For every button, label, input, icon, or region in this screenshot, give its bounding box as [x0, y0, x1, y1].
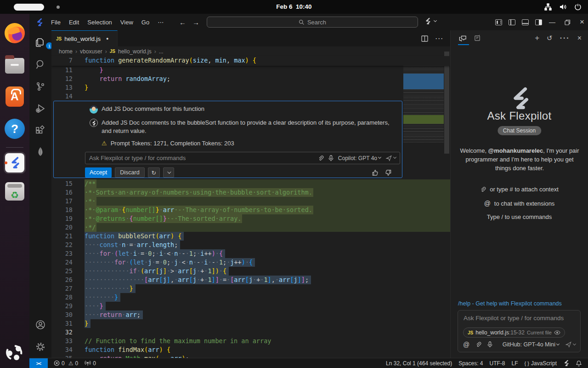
flexpilot-menu-button[interactable]: [424, 17, 436, 25]
show-apps-icon[interactable]: [4, 341, 26, 363]
mic-icon[interactable]: [487, 341, 492, 348]
tab-hello-world[interactable]: JS hello_world.js ●: [51, 30, 118, 46]
toggle-changes-button[interactable]: [163, 167, 174, 178]
breadcrumb-home[interactable]: home: [59, 48, 73, 55]
titlebar: File Edit Selection View Go ⋯ ← → Search…: [29, 14, 588, 30]
encoding[interactable]: UTF-8: [486, 358, 509, 368]
panel-close-icon[interactable]: ×: [577, 34, 582, 42]
breadcrumb-symbol[interactable]: ...: [159, 48, 164, 55]
remote-indicator[interactable]: ><: [29, 358, 48, 368]
split-editor-icon[interactable]: [421, 35, 428, 42]
accept-button[interactable]: Accept: [85, 167, 112, 178]
new-chat-icon[interactable]: +: [535, 34, 539, 43]
minimap[interactable]: [403, 56, 444, 143]
chat-tab-icon[interactable]: [459, 34, 467, 42]
flexpilot-logo-icon[interactable]: [35, 18, 43, 27]
search-view-icon[interactable]: [35, 59, 46, 70]
notifications-bell-icon[interactable]: [572, 358, 585, 368]
code-line-25: 25············if·(arr[j]·>·arr[j·+·1])·{: [51, 267, 450, 276]
code-line-14: 14: [51, 92, 450, 101]
broadcast-icon: [85, 360, 91, 366]
edit-session-icon[interactable]: [474, 34, 481, 42]
command-search-input[interactable]: Search: [207, 17, 418, 28]
back-icon[interactable]: ←: [179, 18, 186, 26]
inline-model-picker[interactable]: Copilot: GPT 4o: [338, 155, 381, 161]
run-debug-icon[interactable]: [35, 103, 46, 114]
dirty-indicator[interactable]: ●: [106, 36, 108, 41]
code-line-32: 32: [51, 328, 450, 337]
extensions-icon[interactable]: [35, 125, 46, 136]
inline-chat-input[interactable]: Ask Flexpilot or type / for commands Cop…: [85, 152, 400, 164]
indentation[interactable]: Spaces: 4: [455, 358, 486, 368]
chevron-right-icon: ›: [154, 48, 156, 55]
flexpilot-status-icon[interactable]: [560, 358, 572, 368]
mention-icon[interactable]: @: [463, 341, 469, 348]
code-line-12: 12 return randomArray;: [51, 75, 450, 83]
panel-send-button[interactable]: [565, 341, 576, 348]
toggle-secondary-sidebar-icon[interactable]: [535, 19, 542, 25]
firefox-icon[interactable]: [4, 22, 26, 44]
more-actions-icon[interactable]: ···: [435, 35, 444, 42]
menu-file[interactable]: File: [47, 17, 65, 28]
eol-indicator[interactable]: LF: [509, 358, 521, 368]
ports-indicator[interactable]: 0: [81, 358, 99, 368]
attach-icon[interactable]: [475, 341, 481, 348]
panel-chat-input[interactable]: Ask Flexpilot or type / for commands JS …: [458, 310, 581, 352]
trash-icon[interactable]: ♻: [4, 180, 26, 202]
code-line-11: 11 }: [51, 66, 450, 75]
username: @mohankumarelec: [488, 147, 543, 154]
cursor-position[interactable]: Ln 32, Col 1 (464 selected): [383, 358, 455, 368]
breadcrumb-file[interactable]: hello_world.js: [118, 48, 152, 55]
error-icon: [54, 360, 60, 366]
send-button[interactable]: [385, 155, 396, 161]
editor-area[interactable]: JS hello_world.js ● ··· home › vboxuser …: [51, 30, 450, 358]
sticky-scroll-line[interactable]: 7function generateRandomArray(size, min,…: [51, 56, 450, 66]
thumbs-up-icon[interactable]: [372, 169, 379, 176]
attached-file-chip[interactable]: JS hello_world.js:15-32 Current file: [463, 328, 565, 338]
menu-edit[interactable]: Edit: [65, 17, 83, 28]
volume-icon[interactable]: [559, 3, 567, 11]
power-icon[interactable]: [574, 3, 582, 11]
menu-view[interactable]: View: [116, 17, 137, 28]
inline-chat-placeholder: Ask Flexpilot or type / for commands: [89, 155, 313, 161]
customize-layout-icon[interactable]: [495, 19, 502, 25]
close-icon[interactable]: ×: [580, 17, 584, 27]
breadcrumb-vboxuser[interactable]: vboxuser: [80, 48, 102, 55]
history-icon[interactable]: ↺: [547, 34, 553, 42]
minimize-icon[interactable]: —: [549, 18, 555, 26]
status-bar: >< 0 ⚠ 0 0 Ln 32, Col 1 (464 selected) S…: [29, 358, 588, 368]
explorer-icon[interactable]: 1: [35, 37, 46, 48]
menu-go[interactable]: Go: [137, 17, 153, 28]
files-icon[interactable]: [4, 53, 26, 75]
language-mode[interactable]: { }JavaScript: [521, 358, 560, 368]
thumbs-down-icon[interactable]: [385, 169, 392, 176]
network-icon[interactable]: [544, 3, 552, 11]
rerun-button[interactable]: ↻: [148, 167, 160, 178]
attach-icon[interactable]: [318, 155, 324, 161]
panel-model-picker[interactable]: GitHub: GPT-4o Mini: [503, 341, 559, 348]
toggle-panel-icon[interactable]: [522, 19, 529, 25]
source-control-icon[interactable]: [35, 81, 46, 92]
panel-more-icon[interactable]: ···: [560, 34, 570, 42]
problems-indicator[interactable]: 0 ⚠ 0: [51, 358, 81, 368]
mongodb-icon[interactable]: [35, 146, 46, 157]
ubuntu-dock: A ? ♻: [0, 14, 29, 368]
restore-icon[interactable]: [565, 19, 571, 25]
forward-icon[interactable]: →: [192, 18, 199, 26]
code-line-34: 34function findMax(arr) {: [51, 345, 450, 354]
mic-icon[interactable]: [328, 155, 334, 161]
chevron-down-icon: [378, 155, 381, 159]
help-command-link[interactable]: /help - Get help with Flexpilot commands: [458, 300, 562, 307]
menu-selection[interactable]: Selection: [83, 17, 116, 28]
app-center-icon[interactable]: A: [4, 86, 26, 108]
settings-gear-icon[interactable]: [35, 341, 46, 352]
accounts-icon[interactable]: [35, 319, 46, 330]
vscode-flexpilot-icon[interactable]: [4, 152, 26, 174]
eye-icon[interactable]: [554, 330, 560, 335]
menu-more[interactable]: ⋯: [153, 17, 168, 28]
help-icon[interactable]: ?: [4, 118, 26, 140]
system-clock[interactable]: Feb 6 10:40: [0, 0, 588, 14]
discard-button[interactable]: Discard: [115, 167, 144, 178]
vertical-scrollbar[interactable]: [444, 52, 449, 154]
toggle-sidebar-icon[interactable]: [509, 19, 515, 25]
